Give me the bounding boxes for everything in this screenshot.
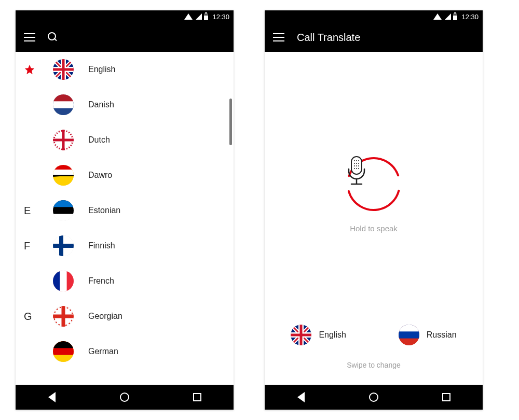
nav-back-icon[interactable] <box>295 391 307 403</box>
language-label: English <box>88 65 115 74</box>
microphone-icon <box>345 156 368 187</box>
list-item[interactable]: Dutch <box>16 122 234 158</box>
phone-language-list: 12:30 English Danish Dutch <box>16 10 234 410</box>
cell-signal-icon <box>445 13 451 20</box>
svg-rect-25 <box>59 235 63 256</box>
source-language[interactable]: English <box>291 325 346 345</box>
star-icon <box>24 64 53 75</box>
language-label: Danish <box>88 100 114 109</box>
section-header: E <box>24 205 53 217</box>
nav-home-icon[interactable] <box>367 391 380 403</box>
svg-rect-11 <box>53 94 74 101</box>
flag-icon <box>53 165 74 186</box>
language-label: German <box>88 347 118 356</box>
nav-home-icon[interactable] <box>118 391 131 403</box>
translate-screen: Hold to speak English Russian Swipe to c… <box>265 52 483 385</box>
svg-point-41 <box>354 163 355 164</box>
svg-point-46 <box>358 165 359 166</box>
system-nav-bar <box>265 385 483 410</box>
flag-icon <box>53 94 74 115</box>
flag-icon <box>291 325 311 345</box>
menu-icon[interactable] <box>273 33 284 41</box>
svg-point-47 <box>354 168 355 169</box>
language-pair-row[interactable]: English Russian <box>265 325 483 345</box>
svg-point-49 <box>358 168 359 169</box>
flag-icon <box>53 341 74 362</box>
status-time: 12:30 <box>461 13 479 21</box>
scrollbar-thumb[interactable] <box>229 99 232 145</box>
language-label: Finnish <box>88 241 115 250</box>
svg-rect-63 <box>399 325 419 331</box>
section-header: F <box>24 240 53 252</box>
search-icon[interactable] <box>48 32 58 43</box>
svg-rect-35 <box>53 341 74 348</box>
language-label: Russian <box>427 330 457 340</box>
list-item[interactable]: Danish <box>16 87 234 122</box>
cell-signal-icon <box>196 13 202 20</box>
svg-rect-19 <box>53 175 74 176</box>
svg-point-42 <box>356 163 357 164</box>
svg-rect-22 <box>53 200 74 207</box>
status-bar: 12:30 <box>265 10 483 23</box>
svg-point-43 <box>358 163 359 164</box>
nav-recent-icon[interactable] <box>440 391 453 403</box>
nav-back-icon[interactable] <box>46 391 58 403</box>
status-time: 12:30 <box>212 13 229 21</box>
status-bar: 12:30 <box>16 10 234 23</box>
battery-icon <box>204 13 208 20</box>
swipe-hint-label: Swipe to change <box>347 361 401 369</box>
menu-icon[interactable] <box>24 33 35 41</box>
flag-icon <box>53 271 74 291</box>
flag-icon <box>53 235 74 256</box>
battery-icon <box>453 13 457 20</box>
svg-point-38 <box>354 160 355 161</box>
app-bar-title: Call Translate <box>297 32 360 44</box>
section-header: G <box>24 311 53 323</box>
flag-icon <box>53 306 74 327</box>
language-label: French <box>88 276 114 286</box>
language-label: Dawro <box>88 171 112 180</box>
target-language[interactable]: Russian <box>399 325 457 345</box>
svg-rect-28 <box>53 271 60 291</box>
list-item[interactable]: German <box>16 334 234 369</box>
list-item[interactable]: E Estonian <box>16 193 234 228</box>
svg-rect-18 <box>53 165 74 170</box>
language-label: Dutch <box>88 135 110 145</box>
flag-icon <box>53 130 74 150</box>
hold-to-speak-button[interactable] <box>345 156 402 213</box>
language-label: English <box>319 330 346 340</box>
flag-icon <box>53 200 74 221</box>
svg-point-45 <box>356 165 357 166</box>
language-list[interactable]: English Danish Dutch Dawro E Estonian F <box>16 52 234 385</box>
nav-recent-icon[interactable] <box>191 391 203 403</box>
hold-to-speak-label: Hold to speak <box>350 224 398 233</box>
svg-point-40 <box>358 160 359 161</box>
svg-point-39 <box>356 160 357 161</box>
svg-point-44 <box>354 165 355 166</box>
list-item[interactable]: English <box>16 52 234 87</box>
flag-icon <box>53 59 74 80</box>
svg-point-48 <box>356 168 357 169</box>
list-item[interactable]: French <box>16 263 234 299</box>
list-item[interactable]: G Georgian <box>16 299 234 334</box>
wifi-icon <box>184 13 193 20</box>
phone-call-translate: 12:30 Call Translate <box>265 10 483 410</box>
app-bar <box>16 23 234 52</box>
system-nav-bar <box>16 385 234 410</box>
language-label: Georgian <box>88 312 122 321</box>
app-bar: Call Translate <box>265 23 483 52</box>
list-item[interactable]: F Finnish <box>16 228 234 263</box>
flag-icon <box>399 325 419 345</box>
wifi-icon <box>433 13 442 20</box>
language-label: Estonian <box>88 206 120 215</box>
list-item[interactable]: Dawro <box>16 158 234 193</box>
